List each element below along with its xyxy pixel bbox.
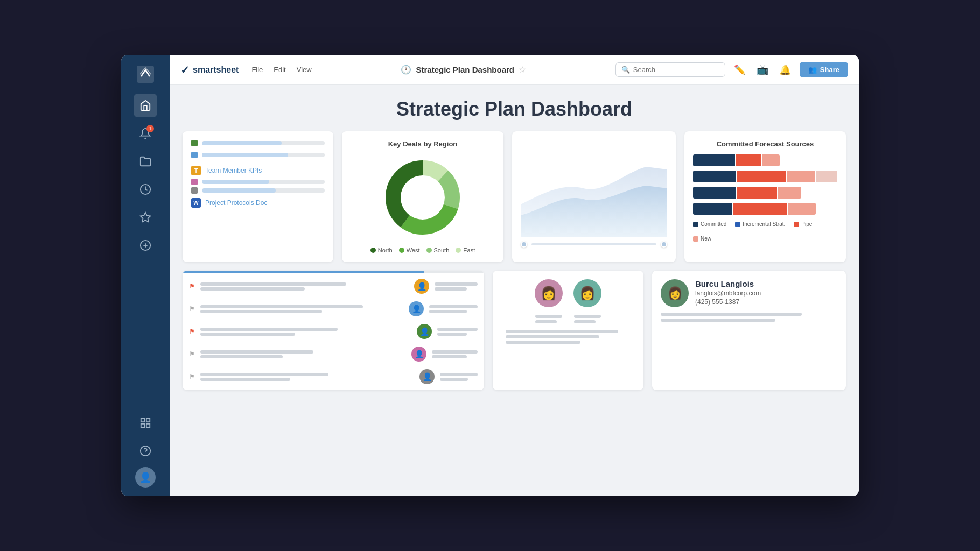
text-bar (429, 305, 478, 308)
donut-title: Key Deals by Region (351, 140, 495, 148)
avatar-sm: 👤 (417, 324, 432, 339)
widget-table: ⚑ 👤 (183, 271, 484, 390)
search-input[interactable] (633, 66, 719, 74)
widget-stacked-bars: Committed Forecast Sources (684, 131, 846, 262)
stacked-bars-container (693, 154, 837, 215)
star-icon[interactable]: ☆ (519, 65, 526, 75)
protocols-icon: W (191, 198, 201, 208)
people-text-bars (501, 330, 635, 344)
widget-bars: T Team Member KPIs (183, 131, 333, 262)
row-bar (200, 355, 283, 358)
menu-file[interactable]: File (251, 66, 263, 74)
legend-south: South (426, 247, 450, 253)
bar-dot-4 (191, 187, 198, 194)
person-lines-2 (574, 315, 601, 323)
table-row: ⚑ 👤 (183, 298, 484, 320)
main-content: ✓ smartsheet File Edit View 🕐 Strategic … (170, 55, 859, 496)
sq-committed (693, 222, 698, 227)
menu-edit[interactable]: Edit (274, 66, 285, 74)
legend-west: West (399, 247, 420, 253)
row-bar-group (200, 373, 414, 381)
edit-icon[interactable]: ✏️ (732, 62, 748, 78)
stacked-legend: Committed Incremental Strat. Pipe N (693, 221, 837, 242)
menu-view[interactable]: View (297, 66, 312, 74)
slider-left-handle[interactable] (521, 241, 527, 248)
person-2: 👩 (573, 279, 601, 323)
notification-badge: 1 (146, 125, 154, 132)
person-avatar-2: 👩 (573, 279, 601, 307)
text-bar (437, 328, 478, 331)
legend-label-new: New (701, 236, 711, 242)
user-avatar[interactable]: 👤 (135, 467, 156, 488)
link-team-kpis[interactable]: T Team Member KPIs (191, 166, 325, 175)
row-bar (200, 378, 290, 381)
sidebar-item-home[interactable] (134, 94, 157, 117)
search-box[interactable]: 🔍 (615, 62, 725, 77)
area-chart-slider (521, 239, 667, 250)
row-text (437, 328, 478, 336)
row-bar (200, 305, 363, 308)
bottom-row: ⚑ 👤 (183, 271, 846, 390)
seg-new-4 (788, 203, 815, 215)
present-icon[interactable]: 📺 (754, 62, 771, 78)
sidebar-item-grid[interactable] (134, 411, 157, 435)
legend-incremental: Incremental Strat. (735, 221, 785, 227)
legend-new: New (693, 236, 711, 242)
table-rows: ⚑ 👤 (183, 273, 484, 390)
row-bar (200, 328, 338, 331)
contact-info: Burcu Langlois langlois@mbfcorp.com (425… (695, 279, 761, 306)
row-bar (200, 350, 313, 354)
bar-row-4 (191, 187, 325, 194)
kpi-icon: T (191, 166, 201, 175)
sidebar-item-favorites[interactable] (134, 206, 157, 229)
svg-marker-2 (141, 213, 150, 222)
person-line (574, 320, 596, 323)
text-bar (432, 350, 478, 354)
link-protocols[interactable]: W Project Protocols Doc (191, 198, 325, 208)
flag-gray-icon: ⚑ (189, 350, 195, 358)
seg-new-2 (787, 171, 815, 182)
bar-row-3 (191, 179, 325, 185)
bar-dot-1 (191, 140, 198, 146)
table-row: ⚑ 👤 (183, 320, 484, 343)
row-bar (200, 373, 328, 376)
seg-pipe-3 (737, 187, 777, 199)
bar-dot-3 (191, 179, 198, 185)
row-text (429, 305, 478, 313)
people-bar (506, 330, 618, 333)
sidebar-item-notifications[interactable]: 1 (134, 122, 157, 145)
flag-red-icon: ⚑ (189, 282, 195, 290)
cards-row: T Team Member KPIs (183, 131, 846, 262)
legend-dot-east (456, 248, 461, 253)
legend-label-incremental: Incremental Strat. (743, 221, 785, 227)
bar-fill-1 (202, 141, 282, 145)
legend-dot-west (399, 248, 404, 253)
row-bar (200, 282, 346, 286)
donut-hole (405, 180, 440, 215)
legend-label-pipe: Pipe (801, 221, 812, 227)
slider-right-handle[interactable] (661, 241, 667, 248)
svg-rect-8 (146, 424, 150, 427)
sidebar-item-help[interactable] (134, 439, 157, 463)
sidebar-item-folders[interactable] (134, 150, 157, 173)
row-bar (200, 287, 305, 291)
text-bar (429, 310, 467, 313)
notify-icon[interactable]: 🔔 (777, 62, 793, 78)
share-button[interactable]: 👥 Share (800, 62, 848, 77)
person-line (574, 315, 601, 318)
row-bar (200, 333, 295, 336)
page-title: Strategic Plan Dashboard (183, 98, 846, 121)
search-icon: 🔍 (621, 66, 630, 74)
person-1: 👩 (535, 279, 563, 323)
svg-rect-6 (141, 419, 144, 422)
legend-north: North (370, 247, 393, 253)
contact-line (661, 313, 802, 316)
sq-pipe (794, 222, 799, 227)
person-avatar-1: 👩 (535, 279, 563, 307)
logo (135, 63, 156, 85)
sidebar-item-add[interactable] (134, 234, 157, 257)
svg-rect-9 (141, 424, 144, 427)
widget-area-chart (512, 131, 676, 262)
sidebar-item-recents[interactable] (134, 178, 157, 201)
bar-fill-4 (202, 188, 276, 193)
